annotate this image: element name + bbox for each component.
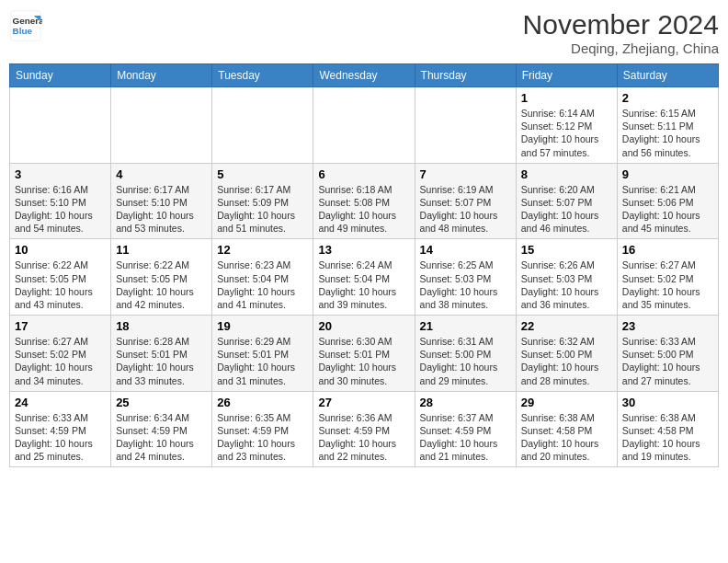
calendar-row: 24Sunrise: 6:33 AMSunset: 4:59 PMDayligh… xyxy=(10,391,719,467)
title-block: November 2024 Deqing, Zhejiang, China xyxy=(523,9,719,56)
calendar-cell: 25Sunrise: 6:34 AMSunset: 4:59 PMDayligh… xyxy=(111,391,212,467)
day-number: 6 xyxy=(318,167,409,181)
calendar-cell: 4Sunrise: 6:17 AMSunset: 5:10 PMDaylight… xyxy=(111,163,212,239)
day-number: 13 xyxy=(318,243,409,257)
day-number: 2 xyxy=(622,91,713,105)
day-info: Sunrise: 6:25 AMSunset: 5:03 PMDaylight:… xyxy=(420,259,511,311)
calendar-cell: 16Sunrise: 6:27 AMSunset: 5:02 PMDayligh… xyxy=(617,239,718,316)
calendar-cell: 13Sunrise: 6:24 AMSunset: 5:04 PMDayligh… xyxy=(313,239,415,316)
day-info: Sunrise: 6:32 AMSunset: 5:00 PMDaylight:… xyxy=(521,335,612,387)
calendar-cell: 11Sunrise: 6:22 AMSunset: 5:05 PMDayligh… xyxy=(111,239,212,316)
day-number: 12 xyxy=(217,243,308,257)
day-number: 11 xyxy=(116,243,207,257)
day-info: Sunrise: 6:27 AMSunset: 5:02 PMDaylight:… xyxy=(622,259,713,311)
day-info: Sunrise: 6:38 AMSunset: 4:58 PMDaylight:… xyxy=(521,411,612,464)
calendar-cell: 22Sunrise: 6:32 AMSunset: 5:00 PMDayligh… xyxy=(516,316,617,392)
day-number: 18 xyxy=(116,319,207,333)
day-number: 21 xyxy=(420,319,511,333)
logo-icon: General Blue xyxy=(9,9,42,42)
calendar-row: 10Sunrise: 6:22 AMSunset: 5:05 PMDayligh… xyxy=(10,239,719,316)
weekday-header: Monday xyxy=(111,64,212,87)
weekday-header: Thursday xyxy=(415,64,516,87)
day-number: 29 xyxy=(521,396,612,409)
day-number: 19 xyxy=(217,319,308,333)
day-info: Sunrise: 6:14 AMSunset: 5:12 PMDaylight:… xyxy=(521,107,612,159)
day-number: 1 xyxy=(521,91,612,105)
day-number: 28 xyxy=(420,396,511,409)
calendar-row: 17Sunrise: 6:27 AMSunset: 5:02 PMDayligh… xyxy=(10,316,719,392)
calendar-cell: 15Sunrise: 6:26 AMSunset: 5:03 PMDayligh… xyxy=(516,239,617,316)
day-info: Sunrise: 6:15 AMSunset: 5:11 PMDaylight:… xyxy=(622,107,713,159)
calendar-cell: 21Sunrise: 6:31 AMSunset: 5:00 PMDayligh… xyxy=(415,316,516,392)
day-info: Sunrise: 6:34 AMSunset: 4:59 PMDaylight:… xyxy=(116,411,207,464)
calendar-cell xyxy=(313,87,415,164)
calendar-cell: 3Sunrise: 6:16 AMSunset: 5:10 PMDaylight… xyxy=(10,163,111,239)
day-info: Sunrise: 6:20 AMSunset: 5:07 PMDaylight:… xyxy=(521,183,612,236)
calendar-cell: 8Sunrise: 6:20 AMSunset: 5:07 PMDaylight… xyxy=(516,163,617,239)
page-header: General Blue November 2024 Deqing, Zheji… xyxy=(9,9,719,56)
calendar-row: 1Sunrise: 6:14 AMSunset: 5:12 PMDaylight… xyxy=(10,87,719,164)
calendar-cell: 18Sunrise: 6:28 AMSunset: 5:01 PMDayligh… xyxy=(111,316,212,392)
calendar-cell: 23Sunrise: 6:33 AMSunset: 5:00 PMDayligh… xyxy=(617,316,718,392)
day-info: Sunrise: 6:22 AMSunset: 5:05 PMDaylight:… xyxy=(116,259,207,311)
day-info: Sunrise: 6:27 AMSunset: 5:02 PMDaylight:… xyxy=(15,335,106,387)
day-number: 16 xyxy=(622,243,713,257)
day-info: Sunrise: 6:19 AMSunset: 5:07 PMDaylight:… xyxy=(420,183,511,236)
day-info: Sunrise: 6:30 AMSunset: 5:01 PMDaylight:… xyxy=(318,335,409,387)
month-year-title: November 2024 xyxy=(523,9,719,40)
day-number: 7 xyxy=(420,167,511,181)
day-number: 14 xyxy=(420,243,511,257)
calendar-cell: 19Sunrise: 6:29 AMSunset: 5:01 PMDayligh… xyxy=(212,316,313,392)
day-number: 5 xyxy=(217,167,308,181)
location-subtitle: Deqing, Zhejiang, China xyxy=(523,40,719,56)
calendar-cell: 5Sunrise: 6:17 AMSunset: 5:09 PMDaylight… xyxy=(212,163,313,239)
weekday-header: Tuesday xyxy=(212,64,313,87)
weekday-header: Wednesday xyxy=(313,64,415,87)
day-number: 9 xyxy=(622,167,713,181)
day-info: Sunrise: 6:35 AMSunset: 4:59 PMDaylight:… xyxy=(217,411,308,464)
day-number: 25 xyxy=(116,396,207,409)
calendar-cell: 9Sunrise: 6:21 AMSunset: 5:06 PMDaylight… xyxy=(617,163,718,239)
day-number: 8 xyxy=(521,167,612,181)
day-info: Sunrise: 6:17 AMSunset: 5:10 PMDaylight:… xyxy=(116,183,207,236)
day-number: 3 xyxy=(15,167,106,181)
calendar-cell: 27Sunrise: 6:36 AMSunset: 4:59 PMDayligh… xyxy=(313,391,415,467)
calendar-cell: 14Sunrise: 6:25 AMSunset: 5:03 PMDayligh… xyxy=(415,239,516,316)
day-info: Sunrise: 6:38 AMSunset: 4:58 PMDaylight:… xyxy=(622,411,713,464)
calendar-cell: 7Sunrise: 6:19 AMSunset: 5:07 PMDaylight… xyxy=(415,163,516,239)
day-number: 10 xyxy=(15,243,106,257)
calendar-cell: 20Sunrise: 6:30 AMSunset: 5:01 PMDayligh… xyxy=(313,316,415,392)
calendar-cell: 17Sunrise: 6:27 AMSunset: 5:02 PMDayligh… xyxy=(10,316,111,392)
calendar-cell xyxy=(111,87,212,164)
calendar-row: 3Sunrise: 6:16 AMSunset: 5:10 PMDaylight… xyxy=(10,163,719,239)
day-info: Sunrise: 6:26 AMSunset: 5:03 PMDaylight:… xyxy=(521,259,612,311)
svg-text:Blue: Blue xyxy=(13,26,33,36)
calendar-cell xyxy=(10,87,111,164)
day-number: 4 xyxy=(116,167,207,181)
day-number: 27 xyxy=(318,396,409,409)
calendar-cell: 1Sunrise: 6:14 AMSunset: 5:12 PMDaylight… xyxy=(516,87,617,164)
day-number: 20 xyxy=(318,319,409,333)
day-info: Sunrise: 6:22 AMSunset: 5:05 PMDaylight:… xyxy=(15,259,106,311)
day-info: Sunrise: 6:33 AMSunset: 4:59 PMDaylight:… xyxy=(15,411,106,464)
day-info: Sunrise: 6:17 AMSunset: 5:09 PMDaylight:… xyxy=(217,183,308,236)
calendar-cell: 6Sunrise: 6:18 AMSunset: 5:08 PMDaylight… xyxy=(313,163,415,239)
weekday-header: Sunday xyxy=(10,64,111,87)
day-number: 24 xyxy=(15,396,106,409)
day-number: 17 xyxy=(15,319,106,333)
weekday-header: Saturday xyxy=(617,64,718,87)
calendar-cell: 2Sunrise: 6:15 AMSunset: 5:11 PMDaylight… xyxy=(617,87,718,164)
day-info: Sunrise: 6:36 AMSunset: 4:59 PMDaylight:… xyxy=(318,411,409,464)
calendar-cell: 26Sunrise: 6:35 AMSunset: 4:59 PMDayligh… xyxy=(212,391,313,467)
day-info: Sunrise: 6:16 AMSunset: 5:10 PMDaylight:… xyxy=(15,183,106,236)
day-number: 15 xyxy=(521,243,612,257)
day-info: Sunrise: 6:33 AMSunset: 5:00 PMDaylight:… xyxy=(622,335,713,387)
calendar-table: SundayMondayTuesdayWednesdayThursdayFrid… xyxy=(9,63,719,467)
day-info: Sunrise: 6:18 AMSunset: 5:08 PMDaylight:… xyxy=(318,183,409,236)
calendar-cell: 24Sunrise: 6:33 AMSunset: 4:59 PMDayligh… xyxy=(10,391,111,467)
calendar-cell: 28Sunrise: 6:37 AMSunset: 4:59 PMDayligh… xyxy=(415,391,516,467)
day-number: 26 xyxy=(217,396,308,409)
calendar-cell xyxy=(212,87,313,164)
day-info: Sunrise: 6:29 AMSunset: 5:01 PMDaylight:… xyxy=(217,335,308,387)
calendar-cell: 10Sunrise: 6:22 AMSunset: 5:05 PMDayligh… xyxy=(10,239,111,316)
